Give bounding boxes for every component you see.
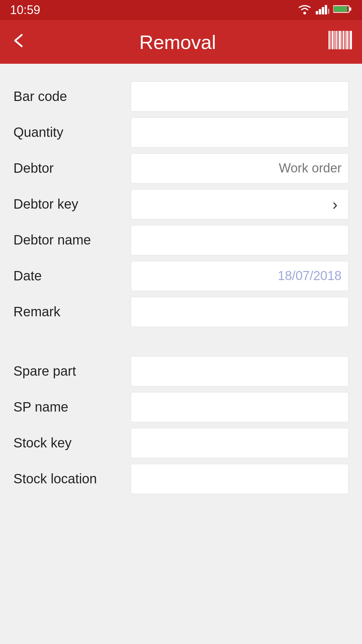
debtor-key-wrapper: ›	[131, 189, 349, 219]
arrow-right-icon: ›	[333, 195, 338, 213]
sp-name-input[interactable]	[131, 392, 349, 422]
svg-rect-12	[332, 31, 334, 49]
stock-location-input[interactable]	[131, 464, 349, 494]
sp-name-row: SP name	[13, 391, 349, 423]
debtor-name-label: Debtor name	[13, 232, 131, 248]
spare-part-input[interactable]	[131, 356, 349, 386]
stock-location-row: Stock location	[13, 463, 349, 495]
svg-rect-13	[334, 31, 335, 49]
quantity-label: Quantity	[13, 125, 131, 140]
barcode-row: Bar code	[13, 80, 349, 112]
status-time: 10:59	[10, 3, 40, 17]
debtor-name-row: Debtor name	[13, 224, 349, 256]
status-icons: H ⚡	[298, 4, 352, 17]
debtor-key-arrow-button[interactable]: ›	[322, 189, 349, 219]
debtor-key-input[interactable]	[131, 189, 322, 219]
svg-rect-15	[338, 31, 338, 49]
back-button[interactable]	[10, 32, 27, 52]
date-row: Date	[13, 260, 349, 292]
section-spacer	[13, 332, 349, 355]
spare-part-row: Spare part	[13, 355, 349, 387]
svg-rect-2	[319, 9, 321, 14]
debtor-input[interactable]	[131, 153, 349, 183]
debtor-key-label: Debtor key	[13, 197, 131, 212]
quantity-row: Quantity	[13, 116, 349, 148]
wifi-icon	[298, 4, 312, 17]
svg-text:⚡: ⚡	[351, 8, 352, 14]
spare-part-label: Spare part	[13, 364, 131, 379]
svg-rect-17	[342, 31, 342, 49]
debtor-row: Debtor	[13, 152, 349, 184]
debtor-key-row: Debtor key ›	[13, 188, 349, 220]
stock-key-label: Stock key	[13, 435, 131, 450]
svg-rect-4	[325, 5, 327, 14]
svg-text:H: H	[328, 7, 329, 14]
svg-rect-19	[345, 31, 346, 49]
svg-rect-10	[328, 31, 330, 49]
barcode-input[interactable]	[131, 82, 349, 112]
svg-point-0	[303, 12, 306, 14]
battery-icon: ⚡	[333, 4, 352, 16]
remark-label: Remark	[13, 304, 131, 319]
remark-row: Remark	[13, 296, 349, 328]
svg-rect-18	[343, 31, 344, 49]
date-input[interactable]	[131, 261, 349, 291]
sp-name-label: SP name	[13, 399, 131, 415]
svg-rect-22	[350, 31, 352, 49]
svg-rect-20	[346, 31, 348, 49]
app-bar: Removal	[0, 20, 362, 64]
debtor-name-input[interactable]	[131, 225, 349, 255]
svg-rect-11	[330, 31, 331, 49]
stock-key-row: Stock key	[13, 427, 349, 459]
stock-location-label: Stock location	[13, 471, 131, 486]
svg-rect-1	[316, 11, 318, 14]
debtor-label: Debtor	[13, 161, 131, 176]
svg-rect-21	[349, 31, 349, 49]
barcode-label: Bar code	[13, 89, 131, 104]
date-label: Date	[13, 268, 131, 283]
form-content: Bar code Quantity Debtor Debtor key › De…	[0, 64, 362, 644]
remark-input[interactable]	[131, 297, 349, 327]
svg-rect-14	[336, 31, 337, 49]
signal-icon: H	[316, 4, 329, 17]
svg-rect-16	[339, 31, 341, 49]
quantity-input[interactable]	[131, 117, 349, 148]
page-title: Removal	[27, 31, 328, 53]
barcode-button[interactable]	[328, 31, 352, 53]
svg-rect-7	[334, 6, 347, 12]
status-bar: 10:59 H	[0, 0, 362, 20]
stock-key-input[interactable]	[131, 428, 349, 458]
svg-rect-3	[322, 7, 324, 14]
